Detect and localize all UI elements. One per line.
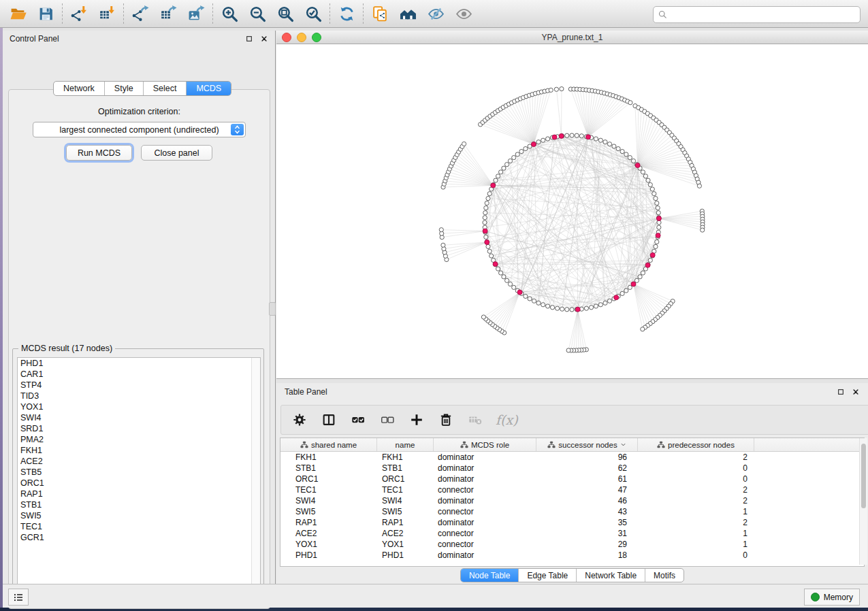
mcds-hub-node[interactable] <box>517 290 522 295</box>
network-node[interactable] <box>528 297 532 301</box>
network-node[interactable] <box>628 156 632 160</box>
mcds-hub-node[interactable] <box>559 133 564 138</box>
network-node[interactable] <box>620 150 624 154</box>
network-node[interactable] <box>505 163 509 167</box>
network-node[interactable] <box>579 134 583 138</box>
network-node[interactable] <box>462 142 466 146</box>
column-header-shared-name[interactable]: shared name <box>280 438 377 451</box>
network-node[interactable] <box>487 249 492 253</box>
mcds-result-item[interactable]: SRD1 <box>18 423 260 434</box>
network-node[interactable] <box>483 220 487 225</box>
mcds-hub-node[interactable] <box>650 252 655 257</box>
network-node[interactable] <box>570 133 574 137</box>
network-node[interactable] <box>519 150 524 154</box>
network-node[interactable] <box>487 192 492 196</box>
network-node[interactable] <box>701 228 705 232</box>
network-node[interactable] <box>483 216 487 220</box>
column-header-successor-nodes[interactable]: successor nodes <box>536 438 638 451</box>
table-row[interactable]: RAP1RAP1dominator352 <box>280 517 864 528</box>
network-node[interactable] <box>549 88 553 92</box>
network-node[interactable] <box>541 303 545 307</box>
panel-splitter-handle[interactable] <box>269 302 276 316</box>
zoom-fit-button[interactable] <box>272 3 300 24</box>
mcds-result-item[interactable]: TID3 <box>18 391 260 401</box>
table-row[interactable]: FKH1FKH1dominator962 <box>280 452 864 463</box>
network-node[interactable] <box>441 243 445 247</box>
column-header-predecessor-nodes[interactable]: predecessor nodes <box>638 438 754 451</box>
float-table-panel-icon[interactable] <box>836 388 845 397</box>
table-row[interactable]: ORC1ORC1dominator610 <box>280 474 864 484</box>
tab-style[interactable]: Style <box>104 82 143 95</box>
network-node[interactable] <box>643 174 647 178</box>
mcds-hub-node[interactable] <box>493 262 498 267</box>
network-node[interactable] <box>624 288 628 293</box>
network-node[interactable] <box>624 152 628 156</box>
network-node[interactable] <box>638 275 642 279</box>
network-node[interactable] <box>648 258 652 262</box>
close-panel-icon[interactable] <box>259 35 268 44</box>
mcds-result-item[interactable]: YOX1 <box>18 401 260 412</box>
network-node[interactable] <box>483 211 487 215</box>
import-network-button[interactable] <box>65 3 93 24</box>
node-table[interactable]: shared namenameMCDS rolesuccessor nodesp… <box>280 437 865 567</box>
open-file-button[interactable] <box>4 3 32 24</box>
mcds-result-item[interactable]: GCR1 <box>18 532 260 543</box>
float-panel-icon[interactable] <box>244 35 253 44</box>
mcds-list-scrollbar[interactable] <box>251 358 260 597</box>
mcds-result-item[interactable]: ACE2 <box>18 456 260 467</box>
tab-edge-table[interactable]: Edge Table <box>518 569 576 582</box>
network-node[interactable] <box>536 301 541 305</box>
network-node[interactable] <box>524 147 528 151</box>
zoom-out-button[interactable] <box>244 3 272 24</box>
network-node[interactable] <box>560 87 564 91</box>
mcds-result-list[interactable]: PHD1CAR1STP4TID3YOX1SWI4SRD1PMA2FKH1ACE2… <box>17 357 261 598</box>
mcds-hub-node[interactable] <box>552 135 557 139</box>
network-node[interactable] <box>654 197 658 201</box>
table-row[interactable]: YOX1YOX1connector291 <box>280 539 864 550</box>
network-node[interactable] <box>554 87 558 91</box>
network-canvas[interactable] <box>276 44 868 379</box>
mcds-result-item[interactable]: SWI4 <box>18 412 260 423</box>
network-node[interactable] <box>594 304 598 308</box>
network-node[interactable] <box>612 144 616 148</box>
network-node[interactable] <box>646 178 650 182</box>
mcds-hub-node[interactable] <box>531 142 536 147</box>
network-node[interactable] <box>560 307 564 311</box>
mcds-result-item[interactable]: STP4 <box>18 380 260 391</box>
show-all-button[interactable] <box>450 3 478 24</box>
column-header-name[interactable]: name <box>377 438 434 451</box>
tab-motifs[interactable]: Motifs <box>645 569 684 582</box>
table-row[interactable]: STB1STB1dominator620 <box>280 463 864 474</box>
network-node[interactable] <box>546 304 550 308</box>
network-node[interactable] <box>565 133 569 137</box>
save-session-button[interactable] <box>32 3 60 24</box>
network-node[interactable] <box>556 306 560 310</box>
mcds-result-item[interactable]: CAR1 <box>18 369 260 380</box>
network-node[interactable] <box>496 267 500 271</box>
network-node[interactable] <box>628 285 632 289</box>
add-column-button[interactable] <box>408 411 425 429</box>
mcds-result-item[interactable]: STB1 <box>18 499 260 510</box>
network-node[interactable] <box>634 278 639 282</box>
network-node[interactable] <box>489 254 494 258</box>
mcds-hub-node[interactable] <box>586 135 591 139</box>
export-network-button[interactable] <box>127 3 155 24</box>
network-node[interactable] <box>532 299 536 303</box>
network-node[interactable] <box>628 101 632 105</box>
memory-button[interactable]: Memory <box>804 589 860 606</box>
mcds-result-item[interactable]: STB5 <box>18 467 260 478</box>
tab-select[interactable]: Select <box>143 82 187 95</box>
network-node[interactable] <box>502 166 506 170</box>
close-panel-button[interactable]: Close panel <box>141 145 212 161</box>
network-node[interactable] <box>550 306 554 310</box>
network-node[interactable] <box>656 206 660 210</box>
export-table-button[interactable] <box>155 3 182 24</box>
network-node[interactable] <box>697 184 701 188</box>
network-node[interactable] <box>515 152 519 156</box>
network-node[interactable] <box>499 271 503 275</box>
column-header-MCDS-role[interactable]: MCDS role <box>434 438 536 451</box>
table-row[interactable]: SWI4SWI4dominator462 <box>280 495 864 506</box>
network-node[interactable] <box>657 225 661 229</box>
network-node[interactable] <box>620 291 624 295</box>
select-all-checkbox-button[interactable] <box>349 411 367 429</box>
